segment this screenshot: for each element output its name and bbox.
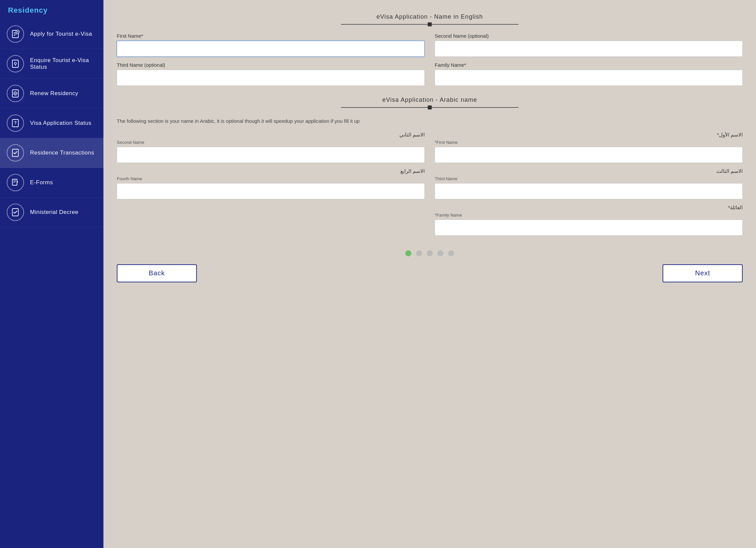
visa-application-status-icon: ? <box>7 114 24 132</box>
sidebar-item-label-apply-tourist-evisa: Apply for Tourist e-Visa <box>30 31 92 37</box>
first-name-input[interactable] <box>117 41 425 57</box>
arabic-name-row-2: الاسم الرابع Fourth Name الاسم الثالث Th… <box>117 168 743 199</box>
pagination-dots <box>117 250 743 256</box>
second-name-group: Second Name (optional) <box>435 33 743 57</box>
sidebar-item-label-renew-residency: Renew Residency <box>30 90 78 97</box>
arabic-info-text: The following section is your name in Ar… <box>117 117 743 125</box>
third-name-group: Third Name (optional) <box>117 62 425 86</box>
pagination-dot-2 <box>416 250 422 256</box>
arabic-section-divider <box>117 105 743 109</box>
pagination-dot-4 <box>437 250 443 256</box>
second-name-label: Second Name (optional) <box>435 33 743 39</box>
sidebar-item-e-forms[interactable]: E-Forms <box>0 168 103 198</box>
pagination-dot-3 <box>427 250 433 256</box>
arabic-first-name-group: الاسم الأول* *First Name <box>435 132 743 163</box>
arabic-divider-dot <box>428 105 432 109</box>
third-name-input[interactable] <box>117 70 425 86</box>
divider-dot <box>428 22 432 26</box>
english-name-row-2: Third Name (optional) Family Name* <box>117 62 743 86</box>
enquire-tourist-evisa-icon <box>7 55 24 72</box>
arabic-second-name-group: الاسم الثاني Second Name <box>117 132 425 163</box>
sidebar-item-apply-tourist-evisa[interactable]: Apply for Tourist e-Visa <box>0 19 103 49</box>
english-section-divider <box>117 22 743 26</box>
arabic-family-name-english-label: *Family Name <box>435 213 743 218</box>
main-content: eVisa Application - Name in English Firs… <box>103 0 756 548</box>
arabic-fourth-name-english-label: Fourth Name <box>117 176 425 181</box>
divider-line-right <box>432 24 518 25</box>
sidebar-item-renew-residency[interactable]: Renew Residency <box>0 79 103 108</box>
renew-residency-icon <box>7 85 24 102</box>
e-forms-icon <box>7 174 24 191</box>
svg-rect-20 <box>12 179 17 185</box>
arabic-family-name-group: العائلة* *Family Name <box>435 205 743 236</box>
arabic-fourth-name-input[interactable] <box>117 183 425 199</box>
family-name-input[interactable] <box>435 70 743 86</box>
arabic-third-name-english-label: Third Name <box>435 176 743 181</box>
sidebar-item-visa-application-status[interactable]: ? Visa Application Status <box>0 108 103 138</box>
ministerial-decree-icon <box>7 204 24 221</box>
sidebar-item-residence-transactions[interactable]: Residence Transactions <box>0 138 103 168</box>
sidebar-item-ministerial-decree[interactable]: Ministerial Decree <box>0 198 103 227</box>
family-name-group: Family Name* <box>435 62 743 86</box>
svg-rect-7 <box>12 60 18 67</box>
apply-tourist-evisa-icon <box>7 25 24 43</box>
arabic-family-name-arabic-label: العائلة* <box>435 205 743 211</box>
first-name-label: First Name* <box>117 33 425 39</box>
arabic-first-name-arabic-label: الاسم الأول* <box>435 132 743 138</box>
first-name-group: First Name* <box>117 33 425 57</box>
next-button[interactable]: Next <box>663 264 743 282</box>
arabic-family-name-input[interactable] <box>435 220 743 236</box>
sidebar: Residency Apply for Tourist e-Visa Enqui… <box>0 0 103 548</box>
arabic-family-name-spacer <box>117 205 425 236</box>
svg-point-8 <box>14 62 16 64</box>
sidebar-item-label-enquire-tourist-evisa: Enquire Tourist e-Visa Status <box>30 57 97 70</box>
english-section-title: eVisa Application - Name in English <box>117 13 743 20</box>
arabic-divider-line-left <box>341 107 428 108</box>
sidebar-item-label-ministerial-decree: Ministerial Decree <box>30 209 78 216</box>
arabic-fourth-name-group: الاسم الرابع Fourth Name <box>117 168 425 199</box>
family-name-label: Family Name* <box>435 62 743 68</box>
arabic-first-name-input[interactable] <box>435 147 743 163</box>
svg-point-11 <box>14 92 17 95</box>
arabic-third-name-arabic-label: الاسم الثالث <box>435 168 743 174</box>
arabic-second-name-english-label: Second Name <box>117 140 425 145</box>
arabic-name-row-1: الاسم الثاني Second Name الاسم الأول* *F… <box>117 132 743 163</box>
arabic-second-name-arabic-label: الاسم الثاني <box>117 132 425 138</box>
arabic-third-name-group: الاسم الثالث Third Name <box>435 168 743 199</box>
divider-line-left <box>341 24 428 25</box>
arabic-third-name-input[interactable] <box>435 183 743 199</box>
arabic-second-name-input[interactable] <box>117 147 425 163</box>
svg-text:?: ? <box>14 120 17 125</box>
sidebar-item-label-visa-application-status: Visa Application Status <box>30 120 91 126</box>
arabic-first-name-english-label: *First Name <box>435 140 743 145</box>
arabic-family-name-row: العائلة* *Family Name <box>117 205 743 236</box>
third-name-label: Third Name (optional) <box>117 62 425 68</box>
svg-point-12 <box>15 93 16 94</box>
sidebar-title: Residency <box>0 0 103 19</box>
buttons-row: Back Next <box>117 264 743 286</box>
arabic-divider-line-right <box>432 107 518 108</box>
pagination-dot-5 <box>448 250 454 256</box>
second-name-input[interactable] <box>435 41 743 57</box>
arabic-section-header: eVisa Application - Arabic name <box>117 96 743 109</box>
english-section-header: eVisa Application - Name in English <box>117 13 743 26</box>
arabic-section-title: eVisa Application - Arabic name <box>117 96 743 103</box>
english-name-row-1: First Name* Second Name (optional) <box>117 33 743 57</box>
sidebar-item-label-e-forms: E-Forms <box>30 179 53 186</box>
sidebar-item-enquire-tourist-evisa[interactable]: Enquire Tourist e-Visa Status <box>0 49 103 79</box>
svg-rect-10 <box>12 90 18 97</box>
sidebar-item-label-residence-transactions: Residence Transactions <box>30 150 94 156</box>
residence-transactions-icon <box>7 144 24 162</box>
back-button[interactable]: Back <box>117 264 197 282</box>
arabic-fourth-name-arabic-label: الاسم الرابع <box>117 168 425 174</box>
pagination-dot-1 <box>405 250 411 256</box>
